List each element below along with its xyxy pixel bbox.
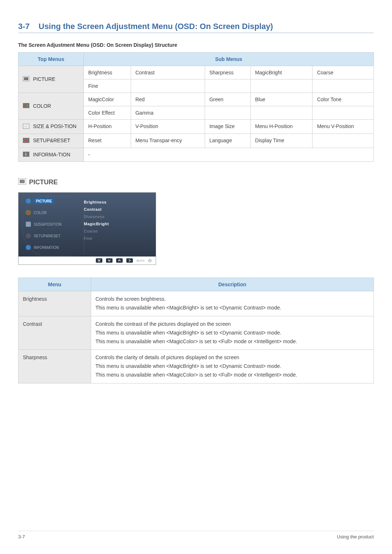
osd-option: Fine: [84, 236, 146, 241]
cell: Color Effect: [84, 106, 131, 120]
osd-nav-label: COLOR: [34, 211, 47, 215]
svg-rect-12: [20, 180, 25, 183]
cell: [250, 79, 313, 93]
cell: Reset: [84, 134, 131, 148]
section-title: Using the Screen Adjustment Menu (OSD: O…: [38, 22, 273, 31]
cell: Menu H-Position: [250, 120, 313, 134]
cell: [205, 79, 250, 93]
structure-subheading: The Screen Adjustment Menu (OSD: On Scre…: [18, 42, 374, 48]
svg-point-4: [26, 104, 28, 107]
cell: Sharpness: [205, 66, 250, 79]
information-icon: i: [23, 152, 29, 158]
desc-line: This menu is unavailable when <MagicBrig…: [95, 329, 369, 337]
svg-rect-1: [24, 77, 28, 80]
desc-line: Controls the contrast of the pictures di…: [95, 320, 369, 329]
osd-up-icon: [116, 258, 123, 263]
osd-right-icon: [126, 258, 133, 263]
desc-line: This menu is unavailable when <MagicColo…: [95, 337, 369, 346]
menu-setup-reset: SETUP&RESET: [19, 134, 84, 148]
cell: Menu V-Position: [313, 120, 374, 134]
osd-option: Sharpness: [84, 214, 146, 219]
description-table: Menu Description Brightness Controls the…: [18, 278, 374, 383]
cell: Coarse: [313, 66, 374, 79]
cell: [205, 106, 250, 120]
svg-text:↔: ↔: [24, 125, 27, 128]
osd-screenshot: PICTURE COLOR SIZE&POSITION SETUP&RESET …: [18, 192, 156, 265]
cell: Fine: [84, 79, 131, 93]
footer-section-name: Using the product: [337, 534, 374, 539]
menu-information: i INFORMA-TION: [19, 148, 84, 162]
osd-close-icon: [96, 258, 102, 263]
desc-menu-contrast: Contrast: [19, 316, 91, 349]
cell: [131, 79, 205, 93]
cell: V-Position: [131, 120, 205, 134]
menu-information-label: INFORMA-TION: [33, 152, 70, 157]
cell: Color Tone: [313, 93, 374, 106]
svg-point-3: [24, 104, 26, 107]
osd-nav-setup-reset: SETUP&RESET: [26, 233, 80, 239]
menu-color: COLOR: [19, 93, 84, 120]
osd-nav-label: SETUP&RESET: [34, 234, 60, 238]
top-menus-header: Top Menus: [19, 53, 84, 66]
menu-color-label: COLOR: [33, 103, 51, 109]
menu-setup-reset-label: SETUP&RESET: [33, 138, 70, 143]
cell: Menu Transpar-ency: [131, 134, 205, 148]
cell: Blue: [250, 93, 313, 106]
picture-section-heading: PICTURE: [18, 178, 374, 186]
cell: Gamma: [131, 106, 205, 120]
cell: [313, 106, 374, 120]
desc-line: Controls the screen brightness.: [95, 295, 369, 304]
footer-page-number: 3-7: [18, 534, 25, 539]
osd-power-icon: ⏻: [148, 259, 151, 262]
osd-auto-label: AUTO: [136, 259, 144, 262]
osd-nav-label: PICTURE: [34, 198, 54, 204]
desc-line: This menu is unavailable when <MagicColo…: [95, 371, 369, 379]
cell: [313, 79, 374, 93]
size-position-icon: ↔: [23, 124, 29, 130]
menu-size-position-label: SIZE & POSI-TION: [33, 123, 77, 129]
cell: Brightness: [84, 66, 131, 79]
cell: Red: [131, 93, 205, 106]
cell: H-Position: [84, 120, 131, 134]
osd-nav-label: SIZE&POSITION: [34, 222, 62, 226]
color-icon: [23, 103, 29, 109]
menu-picture: PICTURE: [19, 66, 84, 93]
osd-nav-picture: PICTURE: [26, 198, 80, 204]
desc-menu-brightness: Brightness: [19, 291, 91, 316]
section-divider: [18, 33, 374, 33]
section-heading: 3-7 Using the Screen Adjustment Menu (OS…: [18, 22, 374, 31]
osd-option: Contrast: [84, 207, 146, 212]
page-footer: 3-7 Using the product: [18, 531, 374, 539]
desc-menu-sharpness: Sharpness: [19, 350, 91, 383]
setup-reset-icon: [23, 138, 29, 144]
menu-size-position: ↔ SIZE & POSI-TION: [19, 120, 84, 134]
osd-option: Coarse: [84, 229, 146, 233]
cell: Display Time: [250, 134, 313, 148]
cell: [250, 106, 313, 120]
cell: Contrast: [131, 66, 205, 79]
osd-nav-information: INFORMATION: [26, 244, 80, 251]
picture-icon: [18, 178, 26, 186]
osd-option: Brightness: [84, 200, 146, 204]
cell: -: [84, 148, 374, 162]
menu-header: Menu: [19, 278, 91, 291]
osd-nav-size-position: SIZE&POSITION: [26, 221, 80, 227]
cell: MagicColor: [84, 93, 131, 106]
osd-nav-color: COLOR: [26, 209, 80, 216]
description-header: Description: [91, 278, 374, 291]
cell: Language: [205, 134, 250, 148]
section-number: 3-7: [18, 22, 30, 31]
picture-icon: [23, 76, 29, 82]
desc-line: Controls the clarity of details of pictu…: [95, 353, 369, 362]
desc-line: This menu is unavailable when <MagicBrig…: [95, 362, 369, 371]
picture-heading-label: PICTURE: [29, 178, 58, 186]
menu-picture-label: PICTURE: [33, 76, 55, 82]
svg-text:i: i: [25, 152, 26, 156]
svg-point-8: [25, 139, 27, 141]
cell: MagicBright: [250, 66, 313, 79]
desc-line: This menu is unavailable when <MagicBrig…: [95, 304, 369, 312]
cell: Green: [205, 93, 250, 106]
sub-menus-header: Sub Menus: [84, 53, 374, 66]
structure-table: Top Menus Sub Menus PICTURE Brightness C…: [18, 52, 374, 162]
osd-nav-label: INFORMATION: [34, 246, 59, 250]
